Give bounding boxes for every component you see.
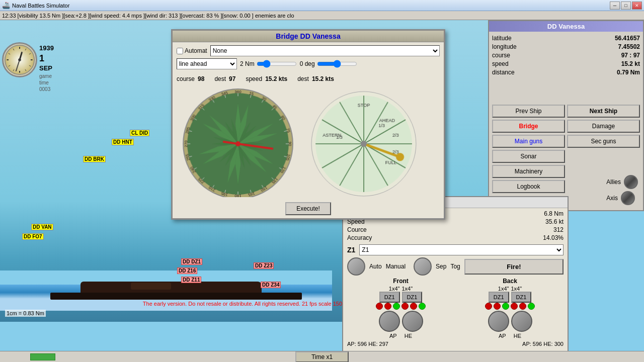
- execute-button[interactable]: Execute!: [285, 202, 331, 215]
- ship-label-dd-brk[interactable]: DD BRK: [83, 156, 106, 162]
- tog-label: Tog: [450, 263, 460, 270]
- movement-dropdown[interactable]: line ahead line abreast column: [177, 58, 237, 69]
- front-gun-size-2: 1x4": [402, 286, 413, 292]
- guns-speed-value: 35.6 kt: [456, 218, 564, 225]
- back-gun-sizes: 1x4" 1x4": [456, 286, 564, 292]
- back-gun-size-2: 1x4": [511, 286, 522, 292]
- back-status-lights: [456, 303, 564, 310]
- main-guns-button[interactable]: Main guns: [492, 135, 565, 148]
- next-ship-button[interactable]: Next Ship: [567, 105, 640, 118]
- compass-container: [173, 83, 444, 199]
- bottom-bar: Time x1: [0, 351, 644, 362]
- status-text: 12:33 [visibility 13.5 Nm ][sea:+2.8 ][w…: [2, 13, 294, 19]
- clock-time: 0003: [39, 86, 57, 93]
- time-slider[interactable]: [30, 353, 55, 360]
- allies-circle[interactable]: [624, 175, 638, 189]
- automat-checkbox[interactable]: [177, 48, 183, 54]
- front-he-dial[interactable]: [402, 311, 423, 332]
- minimize-button[interactable]: ─: [610, 2, 620, 10]
- front-light-red-4: [410, 303, 417, 310]
- sec-guns-button[interactable]: Sec guns: [567, 135, 640, 148]
- sep-tog-toggle[interactable]: [414, 257, 432, 276]
- ship-label-dd-van[interactable]: DD VAN: [31, 224, 53, 230]
- close-button[interactable]: ✕: [632, 2, 642, 10]
- dest-stat: dest 97: [214, 75, 235, 82]
- guns-accuracy-label: Accuracy: [347, 234, 455, 241]
- bridge-speed-value: 15.2 kts: [265, 75, 287, 82]
- course-label: course: [492, 52, 510, 59]
- ap-he-left: AP: 596 HE: 297: [347, 341, 388, 347]
- z1-dropdown[interactable]: Z1: [359, 244, 564, 255]
- front-gun-size-1: 1x4": [389, 286, 400, 292]
- front-gun-sizes: 1x4" 1x4": [347, 286, 454, 292]
- logbook-button[interactable]: Logbook: [492, 180, 565, 193]
- guns-course-label: Cource: [347, 226, 455, 233]
- longitude-value: 7.45502: [618, 43, 640, 50]
- back-ap-dial[interactable]: [488, 311, 509, 332]
- ship-label-dd-z23[interactable]: DD Z23: [254, 262, 274, 269]
- front-light-red-1: [376, 303, 383, 310]
- manual-label: Manual: [386, 263, 406, 270]
- latitude-label: latitude: [492, 35, 512, 42]
- axis-circle[interactable]: [621, 191, 635, 205]
- ship-label-dd-z16[interactable]: DD Z16: [177, 267, 197, 274]
- bridge-dest-label: dest: [214, 75, 226, 82]
- front-gun-dz1-1[interactable]: DZ1: [379, 292, 400, 303]
- back-gun-dz1-2[interactable]: DZ1: [511, 292, 532, 303]
- front-ap-dial[interactable]: [379, 311, 400, 332]
- allies-row: Allies: [606, 175, 638, 189]
- mode-dropdown[interactable]: None Follow Attack Patrol: [210, 45, 440, 56]
- course-row: course 97 : 97: [492, 52, 640, 59]
- auto-manual-toggle[interactable]: [347, 257, 365, 276]
- bridge-course-value: 98: [198, 75, 204, 82]
- back-ammo-row: [456, 310, 564, 333]
- back-ap-label: AP: [499, 333, 506, 339]
- prev-ship-button[interactable]: Prev Ship: [492, 105, 565, 118]
- ship-label-dd-fo7[interactable]: DD FO7: [22, 233, 44, 240]
- back-gun-dz1-1[interactable]: DZ1: [489, 292, 509, 303]
- back-he-dial[interactable]: [511, 311, 532, 332]
- deg-slider[interactable]: [317, 60, 357, 68]
- back-light-red-2: [494, 303, 501, 310]
- fire-button[interactable]: Fire!: [464, 259, 564, 275]
- front-section: Front 1x4" 1x4" DZ1 DZ1 A: [347, 278, 454, 339]
- bridge-course-label: course: [177, 75, 195, 82]
- ap-he-right: AP: 596 HE: 300: [522, 341, 564, 347]
- sonar-button[interactable]: Sonar: [492, 150, 565, 163]
- restore-button[interactable]: □: [621, 2, 631, 10]
- front-gun-dz1-2[interactable]: DZ1: [402, 292, 423, 303]
- latitude-row: latitude 56.41657: [492, 35, 640, 42]
- ship-label-dd-z34[interactable]: DD Z34: [261, 282, 281, 288]
- deg-slider-container: 0 deg: [300, 60, 357, 68]
- machinery-button[interactable]: Machinery: [492, 165, 565, 178]
- allies-label: Allies: [606, 178, 621, 186]
- nm-slider[interactable]: [257, 60, 297, 68]
- right-panel: DD Vanessa latitude 56.41657 longitude 7…: [488, 20, 644, 211]
- ship-label-dd-hnt[interactable]: DD HNT: [112, 139, 134, 145]
- compass-rose[interactable]: [175, 85, 301, 197]
- back-ap-he: AP HE: [456, 333, 564, 339]
- ship-label-dd-dz1[interactable]: DD DZ1: [181, 258, 202, 265]
- automat-checkbox-label[interactable]: Automat: [177, 47, 207, 54]
- clock-label: game time: [39, 73, 57, 86]
- bridge-button[interactable]: Bridge: [492, 120, 565, 133]
- clock-month: SEP: [39, 64, 57, 73]
- app-title: Naval Battles Simulator: [12, 3, 69, 9]
- back-he-label: HE: [514, 333, 521, 339]
- back-light-red-4: [519, 303, 526, 310]
- ship-label-dd-z11[interactable]: DD Z11: [181, 277, 201, 283]
- front-title: Front: [347, 278, 454, 285]
- front-gun-buttons: DZ1 DZ1: [347, 292, 454, 303]
- back-gun-buttons: DZ1 DZ1: [456, 292, 564, 303]
- bridge-window: Bridge DD Vanessa Automat None Follow At…: [171, 29, 445, 220]
- guns-course-value: 312: [456, 226, 564, 233]
- front-ap-label: AP: [389, 333, 396, 339]
- speed-dial[interactable]: [305, 85, 422, 197]
- damage-button[interactable]: Damage: [567, 120, 640, 133]
- bridge-dest2-label: dest: [297, 75, 309, 82]
- bridge-title: Bridge DD Vanessa: [173, 31, 444, 42]
- ship-label-cl-did[interactable]: CL DID: [130, 130, 149, 136]
- front-ammo-row: [347, 310, 454, 333]
- latitude-value: 56.41657: [615, 35, 640, 42]
- time-button[interactable]: Time x1: [295, 351, 349, 363]
